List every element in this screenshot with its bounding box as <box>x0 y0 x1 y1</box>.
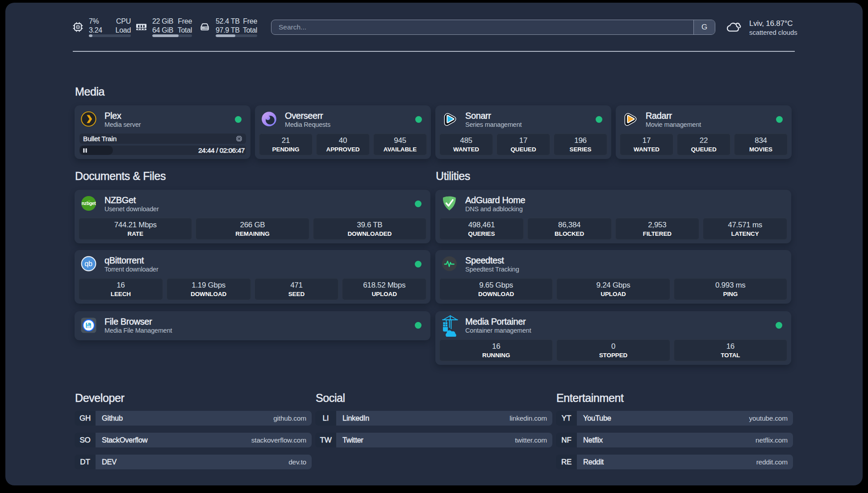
link-abbr: SO <box>75 433 96 447</box>
stat-row: 498,461QUERIES 86,384BLOCKED 2,953FILTER… <box>439 218 787 240</box>
stat-value: 196 <box>554 136 607 146</box>
link-youtube[interactable]: YT YouTubeyoutube.com <box>556 411 793 426</box>
stat-label: WANTED <box>439 146 493 154</box>
weather-summary: Lviv, 16.87°C scattered clouds <box>749 19 797 37</box>
link-pill: StackOverflowstackoverflow.com <box>96 433 312 447</box>
status-dot-online <box>776 322 782 329</box>
stat-value: 16 <box>674 342 787 351</box>
status-dot-online <box>415 322 421 329</box>
link-url: dev.to <box>288 458 306 466</box>
stat-value: 86,384 <box>527 220 612 230</box>
stat-row: 21PENDING 40APPROVED 945AVAILABLE <box>259 134 427 155</box>
stat-value: 485 <box>439 136 493 146</box>
dashboard-window: 7%CPU 3.24Load 22 GiBFree 64 GiBTotal <box>5 3 863 485</box>
status-dot-online <box>415 261 421 267</box>
app-description: Media server <box>104 120 141 129</box>
link-twitter[interactable]: TW Twittertwitter.com <box>315 433 552 447</box>
link-reddit[interactable]: RE Redditreddit.com <box>556 455 793 469</box>
link-abbr: NF <box>556 433 577 447</box>
stat-value: 2,953 <box>615 220 700 230</box>
stat-value: 834 <box>734 136 788 146</box>
link-stackoverflow[interactable]: SO StackOverflowstackoverflow.com <box>75 433 312 447</box>
card-filebrowser[interactable]: File Browser Media File Management <box>75 311 430 340</box>
link-linkedin[interactable]: LI LinkedInlinkedin.com <box>315 411 552 426</box>
app-description: Media Requests <box>285 120 330 129</box>
link-abbr: TW <box>315 433 336 447</box>
stat-value: 16 <box>79 280 163 290</box>
stat-row: 744.21 MbpsRATE 266 GBREMAINING 39.6 TBD… <box>79 218 426 240</box>
link-netflix[interactable]: NF Netflixnetflix.com <box>556 433 793 447</box>
weather-location-temp: Lviv, 16.87°C <box>749 19 797 28</box>
link-github[interactable]: GH Githubgithub.com <box>75 411 312 426</box>
stat-label: TOTAL <box>674 351 787 359</box>
search-input[interactable] <box>271 20 691 34</box>
link-pill: LinkedInlinkedin.com <box>336 411 552 426</box>
sonarr-icon <box>442 111 457 127</box>
stat-value: 945 <box>373 136 427 146</box>
stat-leech: 16LEECH <box>79 278 163 300</box>
stat-value: 618.52 Mbps <box>342 280 426 290</box>
stat-label: QUEUED <box>677 146 730 154</box>
stat-label: FILTERED <box>615 230 700 238</box>
stat-queued: 17QUEUED <box>497 134 550 155</box>
link-url: stackoverflow.com <box>251 436 306 444</box>
card-portainer[interactable]: Media Portainer Container management 16R… <box>435 311 791 365</box>
stat-download: 1.19 GbpsDOWNLOAD <box>167 278 251 300</box>
stat-label: LATENCY <box>703 230 787 238</box>
search-engine-button[interactable]: G <box>693 20 715 34</box>
app-description: Media File Management <box>104 326 172 335</box>
disk-free: 52.4 TB <box>216 17 240 26</box>
stat-movies: 834MOVIES <box>734 134 788 155</box>
stat-running: 16RUNNING <box>439 339 553 361</box>
stat-latency: 47.571 msLATENCY <box>703 218 787 240</box>
memory-metric: 22 GiBFree 64 GiBTotal <box>152 17 192 37</box>
link-url: twitter.com <box>515 436 547 444</box>
stat-value: 0 <box>556 342 670 351</box>
card-overseerr[interactable]: Overseerr Media Requests 21PENDING 40APP… <box>255 105 431 159</box>
card-speedtest[interactable]: Speedtest Speedtest Tracking 9.65 GbpsDO… <box>435 250 791 304</box>
stat-remaining: 266 GBREMAINING <box>196 218 309 240</box>
card-adguard[interactable]: AdGuard Home DNS and adblocking 498,461Q… <box>435 190 791 243</box>
filebrowser-icon <box>81 318 96 333</box>
stat-label: LEECH <box>79 290 163 298</box>
stat-label: UPLOAD <box>556 290 670 298</box>
stat-value: 22 <box>677 136 730 146</box>
stat-label: RATE <box>79 230 192 238</box>
stat-queries: 498,461QUERIES <box>439 218 524 240</box>
card-qbittorrent[interactable]: qb qBittorrent Torrent downloader 16LEEC… <box>75 250 430 304</box>
stat-wanted: 17WANTED <box>620 134 673 155</box>
card-radarr[interactable]: Radarr Movie management 17WANTED 22QUEUE… <box>616 105 792 159</box>
stat-approved: 40APPROVED <box>316 134 370 155</box>
stat-wanted: 485WANTED <box>439 134 493 155</box>
svg-text:nzbget: nzbget <box>82 201 96 206</box>
card-nzbget[interactable]: nzbget NZBGet Usenet downloader 744.21 M… <box>75 190 430 243</box>
link-url: youtube.com <box>749 414 788 422</box>
link-url: linkedin.com <box>509 414 547 422</box>
stat-blocked: 86,384BLOCKED <box>527 218 612 240</box>
cpu-progressbar <box>89 34 131 37</box>
stat-value: 498,461 <box>439 220 524 230</box>
section-title-media: Media <box>75 85 104 98</box>
link-pill: Redditreddit.com <box>577 455 793 469</box>
stat-value: 17 <box>620 136 673 146</box>
stat-label: APPROVED <box>316 146 370 154</box>
stat-pending: 21PENDING <box>259 134 313 155</box>
card-sonarr[interactable]: Sonarr Series management 485WANTED 17QUE… <box>435 105 611 159</box>
card-plex[interactable]: Plex Media server Bullet Train 24:44 / 0… <box>75 105 250 159</box>
link-pill: DEVdev.to <box>96 455 312 469</box>
svg-text:qb: qb <box>84 259 92 267</box>
stat-label: BLOCKED <box>527 230 612 238</box>
stat-value: 471 <box>255 280 339 290</box>
app-description: DNS and adblocking <box>465 205 523 213</box>
stat-row: 16LEECH 1.19 GbpsDOWNLOAD 471SEED 618.52… <box>79 278 426 300</box>
plex-time: 24:44 / 02:06:47 <box>198 146 245 155</box>
stat-available: 945AVAILABLE <box>373 134 427 155</box>
stat-label: UPLOAD <box>342 290 426 298</box>
link-name: Netflix <box>583 436 603 444</box>
plex-icon <box>81 111 96 127</box>
stat-label: QUEUED <box>497 146 550 154</box>
status-dot-online <box>415 116 422 123</box>
link-dev[interactable]: DT DEVdev.to <box>75 455 312 469</box>
section-title-utilities: Utilities <box>436 169 470 183</box>
disk-metric: 52.4 TBFree 97.9 TBTotal <box>216 17 257 37</box>
